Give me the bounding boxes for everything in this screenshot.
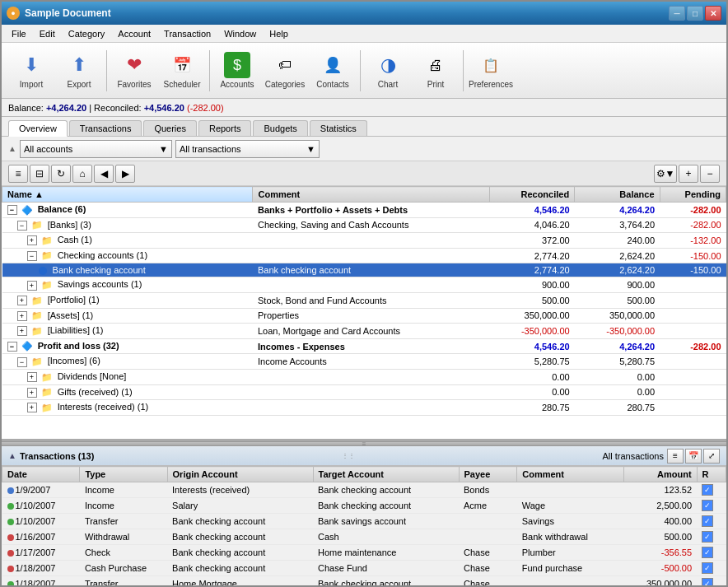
- reconciled-checkbox[interactable]: ✓: [702, 562, 713, 574]
- toggle-savings[interactable]: +: [27, 281, 37, 291]
- toggle-balance[interactable]: −: [7, 205, 17, 215]
- trans-expand-btn[interactable]: ⤢: [703, 449, 720, 464]
- transaction-filter-select[interactable]: All transactions ▼: [175, 140, 320, 158]
- transactions-table: Date Type Origin Account Target Account …: [2, 466, 726, 585]
- trans-row[interactable]: 1/16/2007 Withdrawal Bank checking accou…: [2, 529, 726, 545]
- toolbar-separator-4: [463, 50, 464, 91]
- trans-view-btn[interactable]: ≡: [667, 449, 684, 464]
- close-button[interactable]: ✕: [705, 6, 721, 21]
- accounts-toolbar-left: ≡ ⊟ ↻ ⌂ ◀ ▶: [8, 165, 135, 183]
- table-row[interactable]: + 📁 Savings accounts (1) 900.00 900.00: [2, 277, 726, 293]
- tab-overview[interactable]: Overview: [8, 120, 68, 137]
- trans-col-payee[interactable]: Payee: [459, 467, 517, 482]
- toggle-portfolio[interactable]: +: [17, 296, 27, 305]
- reconciled-checkbox[interactable]: ✓: [702, 484, 713, 496]
- col-balance[interactable]: Balance: [575, 187, 660, 203]
- tab-queries[interactable]: Queries: [143, 120, 197, 136]
- menu-transaction[interactable]: Transaction: [157, 27, 217, 40]
- trans-col-comment[interactable]: Comment: [517, 467, 624, 482]
- back-button[interactable]: ◀: [94, 165, 114, 183]
- menu-window[interactable]: Window: [217, 27, 263, 40]
- toggle-incomes[interactable]: −: [17, 357, 27, 367]
- menu-file[interactable]: File: [5, 27, 33, 40]
- menu-account[interactable]: Account: [111, 27, 157, 40]
- chart-button[interactable]: ◑ Chart: [365, 47, 411, 95]
- table-row[interactable]: + 📁 Cash (1) 372.00 240.00 -132.00: [2, 233, 726, 249]
- trans-col-origin[interactable]: Origin Account: [167, 467, 313, 482]
- remove-account-button[interactable]: −: [700, 165, 720, 183]
- menu-help[interactable]: Help: [263, 27, 295, 40]
- table-row[interactable]: + 📁 Interests (received) (1) 280.75 280.…: [2, 400, 726, 416]
- toggle-dividends[interactable]: +: [27, 372, 37, 382]
- accounts-button[interactable]: $ Accounts: [214, 47, 260, 95]
- col-reconciled[interactable]: Reconciled: [489, 187, 574, 203]
- menu-edit[interactable]: Edit: [33, 27, 62, 40]
- trans-row[interactable]: 1/9/2007 Income Interests (received) Ban…: [2, 482, 726, 498]
- table-row[interactable]: − 🔷 Profit and loss (32) Incomes - Expen…: [2, 338, 726, 354]
- minimize-button[interactable]: ─: [669, 6, 685, 21]
- table-row[interactable]: + 📁 [Portfolio] (1) Stock, Bond and Fund…: [2, 293, 726, 309]
- tab-reports[interactable]: Reports: [198, 120, 252, 136]
- menu-category[interactable]: Category: [62, 27, 112, 40]
- import-button[interactable]: ⬇ Import: [8, 47, 54, 95]
- tab-statistics[interactable]: Statistics: [310, 120, 367, 136]
- toggle-cash[interactable]: +: [27, 235, 37, 245]
- add-account-button[interactable]: +: [679, 165, 698, 183]
- trans-col-type[interactable]: Type: [80, 467, 167, 482]
- home-button[interactable]: ⌂: [72, 165, 92, 183]
- list-view-button[interactable]: ≡: [8, 165, 28, 183]
- col-comment[interactable]: Comment: [253, 187, 489, 203]
- tab-budgets[interactable]: Budgets: [253, 120, 307, 136]
- table-row-selected[interactable]: Bank checking account Bank checking acco…: [2, 263, 726, 277]
- toggle-assets[interactable]: +: [17, 311, 27, 321]
- filter-collapse-icon[interactable]: ▲: [8, 144, 16, 153]
- table-row[interactable]: + 📁 Gifts (received) (1) 0.00 0.00: [2, 384, 726, 400]
- contacts-button[interactable]: 👤 Contacts: [310, 47, 356, 95]
- trans-col-date[interactable]: Date: [2, 467, 80, 482]
- table-row[interactable]: − 📁 [Incomes] (6) Income Accounts 5,280.…: [2, 354, 726, 370]
- toggle-checking[interactable]: −: [27, 251, 37, 261]
- toggle-banks[interactable]: −: [17, 221, 27, 231]
- export-button[interactable]: ⬆ Export: [56, 47, 102, 95]
- table-row[interactable]: + 📁 Dividends [None] 0.00 0.00: [2, 370, 726, 385]
- table-row[interactable]: + 📁 [Assets] (1) Properties 350,000.00 3…: [2, 308, 726, 324]
- favorites-button[interactable]: ❤ Favorites: [111, 47, 157, 95]
- table-row[interactable]: + 📁 [Liabilities] (1) Loan, Mortgage and…: [2, 324, 726, 339]
- toggle-liabilities[interactable]: +: [17, 326, 27, 336]
- table-row[interactable]: − 📁 Checking accounts (1) 2,774.20 2,624…: [2, 248, 726, 263]
- trans-row[interactable]: 1/18/2007 Cash Purchase Bank checking ac…: [2, 561, 726, 576]
- col-pending[interactable]: Pending: [660, 187, 726, 203]
- trans-calendar-btn[interactable]: 📅: [685, 449, 702, 464]
- col-name[interactable]: Name ▲: [2, 187, 253, 203]
- reconciled-checkbox[interactable]: ✓: [702, 500, 713, 511]
- settings-button[interactable]: ⚙▼: [654, 165, 677, 183]
- print-button[interactable]: 🖨 Print: [413, 47, 459, 95]
- trans-row[interactable]: 1/10/2007 Transfer Bank checking account…: [2, 514, 726, 529]
- preferences-button[interactable]: 📋 Preferences: [468, 47, 514, 95]
- detail-view-button[interactable]: ⊟: [30, 165, 49, 183]
- account-filter-select[interactable]: All accounts ▼: [20, 140, 172, 158]
- reconciled-checkbox[interactable]: ✓: [702, 547, 713, 558]
- tab-transactions[interactable]: Transactions: [69, 120, 142, 136]
- trans-col-r[interactable]: R: [697, 467, 726, 482]
- reconciled-checkbox[interactable]: ✓: [702, 578, 713, 585]
- reconciled-checkbox[interactable]: ✓: [702, 531, 713, 543]
- table-row[interactable]: − 📁 [Banks] (3) Checking, Saving and Cas…: [2, 217, 726, 233]
- refresh-button[interactable]: ↻: [51, 165, 71, 183]
- scheduler-button[interactable]: 📅 Scheduler: [159, 47, 205, 95]
- trans-col-target[interactable]: Target Account: [313, 467, 459, 482]
- trans-col-amount[interactable]: Amount: [624, 467, 697, 482]
- maximize-button[interactable]: □: [687, 6, 703, 21]
- categories-button[interactable]: 🏷 Categories: [262, 47, 308, 95]
- trans-row[interactable]: 1/17/2007 Check Bank checking account Ho…: [2, 545, 726, 561]
- trans-row[interactable]: 1/18/2007 Transfer Home Mortgage Bank ch…: [2, 576, 726, 586]
- trans-row[interactable]: 1/10/2007 Income Salary Bank checking ac…: [2, 498, 726, 514]
- forward-button[interactable]: ▶: [115, 165, 135, 183]
- toggle-profit[interactable]: −: [7, 342, 17, 352]
- status-dot: [7, 550, 14, 557]
- reconciled-checkbox[interactable]: ✓: [702, 515, 713, 527]
- toggle-gifts[interactable]: +: [27, 388, 37, 398]
- folder-icon: 📁: [31, 220, 43, 231]
- toggle-interests[interactable]: +: [27, 403, 37, 412]
- table-row[interactable]: − 🔷 Balance (6) Banks + Portfolio + Asse…: [2, 203, 726, 218]
